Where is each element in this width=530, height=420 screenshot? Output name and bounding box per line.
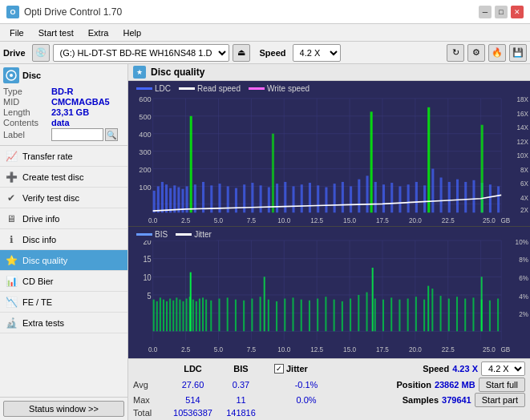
nav-disc-quality[interactable]: ⭐ Disc quality <box>0 250 127 271</box>
svg-rect-100 <box>481 125 483 213</box>
svg-text:GB: GB <box>500 216 510 224</box>
nav-fe-te[interactable]: 📉 FE / TE <box>0 292 127 313</box>
max-jitter: 0.0% <box>274 395 338 405</box>
nav-drive-info[interactable]: 🖥 Drive info <box>0 208 127 229</box>
disc-mid-value: CMCMAGBA5 <box>51 97 110 107</box>
start-part-button[interactable]: Start part <box>475 393 525 407</box>
disc-section-icon <box>3 67 19 83</box>
disc-label-button[interactable]: 🔍 <box>105 128 118 141</box>
nav-extra-tests[interactable]: 🔬 Extra tests <box>0 313 127 333</box>
svg-rect-91 <box>464 182 467 212</box>
svg-text:2X: 2X <box>520 206 528 214</box>
settings-button[interactable]: ⚙ <box>467 44 485 62</box>
nav-cd-bier-label: CD Bier <box>22 277 54 286</box>
nav-create-test[interactable]: ➕ Create test disc <box>0 167 127 188</box>
svg-rect-53 <box>169 188 172 213</box>
svg-rect-147 <box>172 300 174 331</box>
chart-header: ★ Disc quality <box>128 64 530 81</box>
avg-bis: 0.37 <box>219 380 263 390</box>
svg-rect-90 <box>456 180 459 213</box>
svg-rect-161 <box>235 299 237 331</box>
app-window: O Opti Drive Control 1.70 ─ □ ✕ File Sta… <box>0 0 530 420</box>
jitter-checkbox[interactable]: ✓ <box>274 364 284 374</box>
read-speed-legend: Read speed <box>179 84 241 93</box>
close-button[interactable]: ✕ <box>511 6 524 18</box>
top-chart-svg: 600 500 400 300 200 100 0.0 2.5 5.0 7.5 … <box>128 81 530 226</box>
svg-rect-186 <box>431 289 433 331</box>
svg-rect-94 <box>489 184 492 212</box>
transfer-rate-icon: 📈 <box>5 150 18 163</box>
svg-rect-78 <box>358 180 360 213</box>
menu-file[interactable]: File <box>3 26 30 39</box>
svg-text:0.0: 0.0 <box>148 345 158 353</box>
nav-transfer-rate[interactable]: 📈 Transfer rate <box>0 146 127 167</box>
svg-rect-62 <box>227 186 229 212</box>
svg-text:10X: 10X <box>516 151 528 160</box>
svg-text:500: 500 <box>139 112 151 121</box>
svg-rect-150 <box>182 301 184 331</box>
svg-text:600: 600 <box>139 95 151 103</box>
svg-rect-162 <box>243 300 245 331</box>
svg-rect-193 <box>489 300 491 331</box>
maximize-button[interactable]: □ <box>495 6 508 18</box>
max-label: Max <box>133 395 167 405</box>
svg-rect-184 <box>423 299 425 331</box>
nav-disc-info[interactable]: ℹ Disc info <box>0 229 127 250</box>
app-title: Opti Drive Control 1.70 <box>24 6 122 18</box>
nav-verify-test[interactable]: ✔ Verify test disc <box>0 188 127 208</box>
svg-rect-165 <box>268 299 269 331</box>
write-speed-legend: Write speed <box>249 84 310 93</box>
svg-rect-74 <box>325 188 327 213</box>
avg-label: Avg <box>133 380 167 390</box>
svg-rect-160 <box>227 297 229 331</box>
refresh-button[interactable]: ↻ <box>447 44 464 62</box>
svg-rect-151 <box>186 298 188 331</box>
svg-rect-63 <box>235 188 237 213</box>
svg-text:10.0: 10.0 <box>277 345 290 353</box>
svg-rect-185 <box>427 285 429 331</box>
svg-rect-171 <box>317 298 318 331</box>
left-panel: Disc Type BD-R MID CMCMAGBA5 Length 23,3… <box>0 64 128 420</box>
svg-rect-86 <box>423 185 426 212</box>
svg-text:2%: 2% <box>519 309 528 317</box>
svg-text:100: 100 <box>139 183 151 192</box>
drive-select[interactable]: (G:) HL-DT-ST BD-RE WH16NS48 1.D3 <box>53 44 229 62</box>
nav-cd-bier[interactable]: 📊 CD Bier <box>0 271 127 292</box>
menu-start-test[interactable]: Start test <box>32 26 80 39</box>
svg-rect-68 <box>276 184 278 212</box>
chart-header-icon: ★ <box>133 66 146 79</box>
status-window-button[interactable]: Status window >> <box>3 401 124 417</box>
svg-rect-79 <box>366 176 369 212</box>
svg-rect-84 <box>407 184 410 212</box>
svg-rect-69 <box>284 182 286 212</box>
svg-text:10.0: 10.0 <box>277 216 290 224</box>
disc-label-input[interactable] <box>51 128 103 141</box>
disc-contents-value: data <box>51 118 70 127</box>
fe-te-icon: 📉 <box>5 296 18 309</box>
svg-rect-156 <box>202 297 204 331</box>
start-full-button[interactable]: Start full <box>479 378 525 392</box>
minimize-button[interactable]: ─ <box>479 6 492 18</box>
save-button[interactable]: 💾 <box>509 44 527 62</box>
svg-rect-194 <box>497 298 499 331</box>
burn-button[interactable]: 🔥 <box>488 44 506 62</box>
menu-help[interactable]: Help <box>116 26 148 39</box>
svg-rect-191 <box>472 297 474 331</box>
speed-stat-select[interactable]: 4.2 X <box>481 361 525 376</box>
svg-rect-65 <box>251 183 253 212</box>
charts-area: LDC Read speed Write speed <box>128 81 530 358</box>
svg-rect-99 <box>427 107 430 212</box>
speed-select-toolbar[interactable]: 4.2 X <box>293 44 341 62</box>
svg-text:7.5: 7.5 <box>247 216 257 224</box>
eject-button[interactable]: ⏏ <box>233 44 250 62</box>
disc-info-icon: ℹ <box>5 233 18 246</box>
svg-text:15.0: 15.0 <box>343 216 356 224</box>
svg-rect-159 <box>218 298 220 331</box>
svg-text:22.5: 22.5 <box>442 216 455 224</box>
svg-rect-98 <box>370 111 373 212</box>
svg-rect-167 <box>284 298 285 331</box>
svg-text:15.0: 15.0 <box>343 345 356 353</box>
svg-text:20.0: 20.0 <box>409 345 422 353</box>
menu-extra[interactable]: Extra <box>82 26 115 39</box>
svg-rect-166 <box>276 301 277 331</box>
